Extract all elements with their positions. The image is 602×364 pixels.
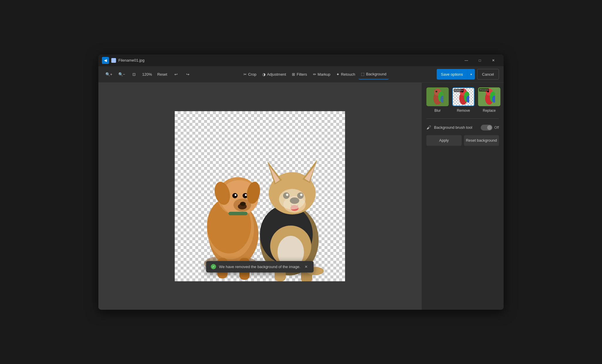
toggle-thumb xyxy=(487,125,492,130)
zoom-level: 120% xyxy=(140,72,154,77)
canvas-area: ✓ We have removed the background of the … xyxy=(98,83,421,310)
sidebar: Blur Preview xyxy=(421,83,504,310)
tab-markup[interactable]: ✏ Markup xyxy=(311,69,333,79)
image-container: ✓ We have removed the background of the … xyxy=(175,111,345,281)
toolbar-center: ✂ Crop ◑ Adjustment ⊞ Filters ✏ Markup ✦… xyxy=(194,69,435,79)
tab-adjustment[interactable]: ◑ Adjustment xyxy=(260,69,288,79)
zoom-in-button[interactable]: 🔍+ xyxy=(103,69,115,79)
apply-button[interactable]: Apply xyxy=(426,135,462,146)
background-icon: ⬚ xyxy=(361,72,364,76)
reset-background-button[interactable]: Reset background xyxy=(464,135,499,146)
bg-replace-label: Replace xyxy=(483,109,496,113)
maximize-button[interactable]: □ xyxy=(473,56,487,65)
dogs-image xyxy=(175,111,345,281)
undo-button[interactable]: ↩ xyxy=(171,69,181,79)
brush-icon: 🖌 xyxy=(426,125,431,130)
redo-button[interactable]: ↪ xyxy=(182,69,193,79)
bg-blur-label: Blur xyxy=(434,109,440,113)
toolbar-right: Save options ▾ Cancel xyxy=(437,69,499,79)
window-title: Filename01.jpg xyxy=(118,58,144,62)
notification-close-button[interactable]: ✕ xyxy=(303,264,309,270)
window-controls: — □ ✕ xyxy=(460,56,500,65)
minimize-button[interactable]: — xyxy=(460,56,473,65)
svg-point-34 xyxy=(279,189,305,209)
action-buttons: Apply Reset background xyxy=(426,135,499,146)
bg-remove-label: Remove xyxy=(457,109,470,113)
adjustment-icon: ◑ xyxy=(262,72,265,77)
bg-remove-thumb: Preview xyxy=(452,87,475,106)
markup-icon: ✏ xyxy=(313,72,316,77)
bg-option-remove[interactable]: Preview Remove xyxy=(452,87,475,113)
toggle-off-label: Off xyxy=(494,126,499,130)
bg-blur-thumb xyxy=(426,87,449,106)
svg-rect-17 xyxy=(228,212,248,215)
reset-button[interactable]: Reset xyxy=(155,69,169,79)
undo-icon: ↩ xyxy=(174,72,178,77)
parrot-blur-preview xyxy=(426,87,449,106)
svg-point-11 xyxy=(235,194,236,196)
notification-bar: ✓ We have removed the background of the … xyxy=(206,261,314,272)
bg-options: Blur Preview xyxy=(426,87,499,113)
tab-retouch[interactable]: ✦ Retouch xyxy=(334,69,357,79)
cancel-button[interactable]: Cancel xyxy=(477,69,499,79)
fit-icon: ⊡ xyxy=(132,72,136,77)
back-button[interactable]: ◀ xyxy=(102,57,109,64)
bg-replace-thumb: Preview xyxy=(478,87,500,106)
title-bar-left: ◀ Filename01.jpg xyxy=(102,57,144,64)
toolbar: 🔍+ 🔍− ⊡ 120% Reset ↩ ↪ ✂ Crop xyxy=(98,66,504,83)
toggle-container: Off xyxy=(481,125,499,131)
filters-icon: ⊞ xyxy=(292,72,295,77)
brush-tool-toggle[interactable] xyxy=(481,125,492,131)
parrot-remove-preview: Preview xyxy=(453,88,474,106)
parrot-replace-preview: Preview xyxy=(478,87,500,106)
fit-button[interactable]: ⊡ xyxy=(129,69,139,79)
close-button[interactable]: ✕ xyxy=(487,56,500,65)
svg-marker-25 xyxy=(270,166,280,183)
title-bar: ◀ Filename01.jpg — □ ✕ xyxy=(98,55,504,66)
notification-text: We have removed the background of the im… xyxy=(219,265,300,269)
brush-tool-label: Background brush tool xyxy=(434,125,478,130)
tab-filters[interactable]: ⊞ Filters xyxy=(290,69,309,79)
tab-crop[interactable]: ✂ Crop xyxy=(241,69,259,79)
svg-point-12 xyxy=(245,194,247,196)
toolbar-left: 🔍+ 🔍− ⊡ 120% Reset ↩ ↪ xyxy=(103,69,193,79)
tab-background[interactable]: ⬚ Background xyxy=(359,69,389,79)
app-icon xyxy=(111,58,116,63)
svg-point-8 xyxy=(240,202,246,206)
crop-icon: ✂ xyxy=(243,72,247,77)
parrot-svg-blur xyxy=(432,88,443,106)
save-options-button[interactable]: Save options ▾ xyxy=(437,69,475,79)
svg-point-43 xyxy=(435,91,437,92)
zoom-in-icon: 🔍+ xyxy=(105,72,112,77)
brush-tool-row: 🖌 Background brush tool Off xyxy=(426,125,499,131)
sidebar-divider xyxy=(426,118,499,119)
bg-option-blur[interactable]: Blur xyxy=(426,87,449,113)
main-window: ◀ Filename01.jpg — □ ✕ 🔍+ 🔍− ⊡ 120% Rese… xyxy=(98,55,504,310)
bg-option-replace[interactable]: Preview Replace xyxy=(478,87,500,113)
save-options-label[interactable]: Save options xyxy=(437,69,467,79)
main-content: ✓ We have removed the background of the … xyxy=(98,83,504,310)
redo-icon: ↪ xyxy=(186,72,189,77)
dogs-svg xyxy=(175,123,345,281)
zoom-out-icon: 🔍− xyxy=(118,72,125,77)
success-icon: ✓ xyxy=(211,264,216,269)
zoom-out-button[interactable]: 🔍− xyxy=(116,69,128,79)
svg-marker-26 xyxy=(305,165,315,182)
svg-marker-23 xyxy=(267,161,282,184)
save-options-arrow[interactable]: ▾ xyxy=(468,69,475,79)
retouch-icon: ✦ xyxy=(336,72,339,77)
